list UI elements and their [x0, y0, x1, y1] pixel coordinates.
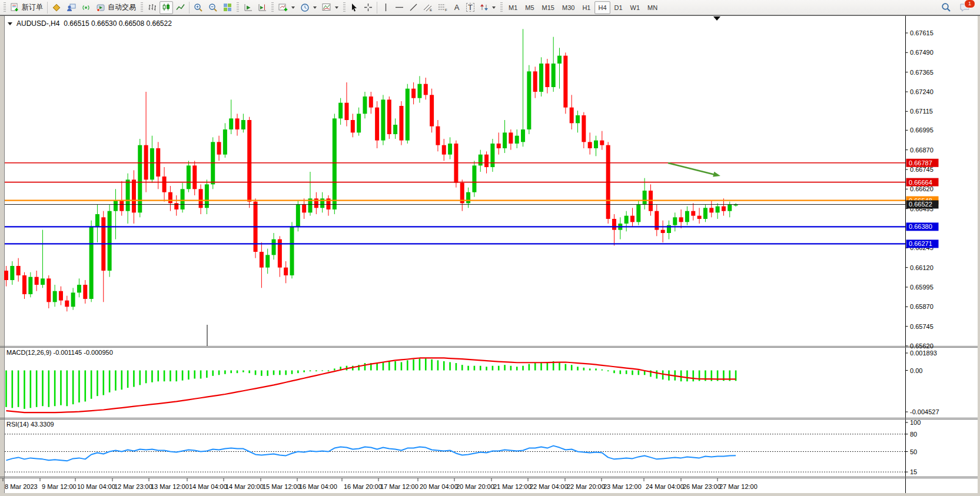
timeframe-m5-button[interactable]: M5 — [521, 1, 537, 14]
candlestick-chart-button[interactable] — [160, 1, 173, 14]
notifications-button[interactable]: 1 — [957, 1, 972, 14]
market-watch-button[interactable] — [49, 1, 64, 14]
chart-canvas[interactable]: 0.676150.674900.673650.672400.671150.669… — [0, 0, 980, 496]
rsi-panel-layer: 100805015 — [5, 419, 921, 475]
svg-text:0.66995: 0.66995 — [910, 127, 934, 134]
fibonacci-tool-button[interactable]: F — [436, 1, 450, 14]
timeframe-h1-button[interactable]: H1 — [579, 1, 594, 14]
timeframe-h4-button[interactable]: H4 — [594, 1, 610, 14]
signals-button[interactable] — [79, 1, 93, 14]
macd-panel-label: MACD(12,26,9) -0.001145 -0.000950 — [6, 349, 113, 356]
time-label: 16 Mar 20:00 — [344, 483, 382, 490]
svg-text:15: 15 — [910, 468, 917, 475]
trend-arrow-head — [713, 172, 720, 177]
timeframe-m15-button[interactable]: M15 — [539, 1, 558, 14]
tile-windows-button[interactable] — [221, 1, 234, 14]
toolbar-grip[interactable] — [141, 2, 143, 13]
timeframe-d1-button[interactable]: D1 — [611, 1, 626, 14]
svg-text:0.66380: 0.66380 — [909, 223, 932, 230]
svg-text:0.00: 0.00 — [910, 367, 922, 374]
rsi-panel-label: RSI(14) 43.3309 — [6, 421, 54, 428]
new-order-icon — [11, 3, 19, 12]
text-label-icon: T — [466, 3, 474, 12]
time-label: 21 Mar 12:00 — [493, 483, 531, 490]
crosshair-icon — [364, 3, 373, 12]
timeframe-mn-button[interactable]: MN — [644, 1, 661, 14]
bar-chart-button[interactable] — [145, 1, 159, 14]
macd-panel-layer: 0.0018930.00-0.004527 — [5, 349, 939, 415]
candles-layer — [4, 29, 738, 311]
new-chart-icon — [278, 3, 288, 12]
time-axis[interactable]: 8 Mar 20239 Mar 12:0010 Mar 04:0012 Mar … — [3, 478, 758, 490]
zoom-in-button[interactable] — [191, 1, 205, 14]
svg-text:50: 50 — [910, 448, 917, 455]
cursor-tool-button[interactable] — [348, 1, 361, 14]
time-label: 9 Mar 12:00 — [42, 483, 77, 490]
new-order-label: 新订单 — [22, 2, 43, 12]
indicators-icon — [322, 3, 331, 12]
svg-text:0.66120: 0.66120 — [910, 264, 934, 271]
time-label: 8 Mar 2023 — [5, 483, 38, 490]
svg-text:0.66522: 0.66522 — [909, 201, 932, 208]
toolbar-grip[interactable] — [271, 2, 274, 13]
ohlc-values: 0.66515 0.66530 0.66508 0.66522 — [64, 19, 172, 28]
clock-icon — [300, 3, 310, 12]
profile-button[interactable] — [64, 1, 78, 14]
toolbar-grip[interactable] — [343, 2, 346, 13]
line-chart-button[interactable] — [174, 1, 187, 14]
svg-text:0.67365: 0.67365 — [910, 69, 934, 76]
text-tool-button[interactable]: A — [450, 1, 463, 14]
line-chart-icon — [176, 3, 185, 12]
indicators-button[interactable] — [320, 1, 341, 14]
auto-scroll-icon — [244, 3, 253, 12]
svg-text:E: E — [430, 8, 432, 12]
svg-text:-0.004527: -0.004527 — [910, 408, 939, 415]
price-axis[interactable]: 0.676150.674900.673650.672400.671150.669… — [906, 29, 939, 349]
symbol-period-label: AUDUSD-,H4 — [16, 19, 59, 28]
trendline-tool-button[interactable] — [407, 1, 420, 14]
text-tool-icon: A — [454, 4, 460, 11]
text-label-tool-button[interactable]: T — [464, 1, 477, 14]
bar-chart-icon — [148, 3, 157, 12]
timeframe-group: M1M5M15M30H1H4D1W1MN — [505, 1, 661, 14]
svg-text:0.66787: 0.66787 — [909, 159, 932, 167]
zoom-out-button[interactable] — [206, 1, 220, 14]
search-icon — [941, 2, 951, 12]
market-watch-icon — [52, 3, 61, 12]
vertical-line-tool-button[interactable] — [379, 1, 392, 14]
toolbar-right-group: 1 — [939, 1, 978, 14]
chart-shift-button[interactable] — [255, 1, 269, 14]
arrows-tool-button[interactable] — [477, 1, 498, 14]
toolbar-grip[interactable] — [4, 2, 6, 13]
zoom-in-icon — [194, 3, 203, 12]
svg-text:0.65620: 0.65620 — [910, 342, 934, 349]
timeframe-m30-button[interactable]: M30 — [559, 1, 578, 14]
new-order-button[interactable]: 新订单 — [8, 1, 45, 14]
toolbar-separator — [47, 2, 48, 14]
autotrading-button[interactable]: 自动交易 — [94, 1, 138, 14]
time-label: 10 Mar 04:00 — [77, 483, 115, 490]
channel-tool-button[interactable]: E — [421, 1, 435, 14]
crosshair-tool-button[interactable] — [361, 1, 375, 14]
svg-text:0.65745: 0.65745 — [910, 323, 934, 330]
symbol-collapse-icon[interactable] — [8, 22, 12, 25]
svg-text:0.001893: 0.001893 — [910, 349, 937, 357]
toolbar-grip[interactable] — [500, 2, 503, 13]
timeframe-m1-button[interactable]: M1 — [505, 1, 521, 14]
channel-icon: E — [423, 3, 433, 12]
chart-title-line: AUDUSD-,H4 0.66515 0.66530 0.66508 0.665… — [8, 19, 172, 28]
trend-arrow[interactable] — [668, 163, 714, 175]
chart-shift-icon — [258, 3, 267, 12]
new-chart-button[interactable] — [276, 1, 297, 14]
svg-text:0.67240: 0.67240 — [910, 88, 934, 95]
time-label: 13 Mar 12:00 — [151, 483, 189, 490]
search-button[interactable] — [939, 1, 954, 14]
horizontal-line-tool-button[interactable] — [393, 1, 406, 14]
toolbar-grip[interactable] — [237, 2, 239, 13]
mt4-window: 新订单 自动交易 — [0, 0, 980, 496]
signals-icon — [81, 3, 91, 12]
periods-button[interactable] — [298, 1, 319, 14]
auto-scroll-button[interactable] — [241, 1, 255, 14]
timeframe-w1-button[interactable]: W1 — [627, 1, 644, 14]
svg-text:0.67490: 0.67490 — [910, 49, 934, 56]
